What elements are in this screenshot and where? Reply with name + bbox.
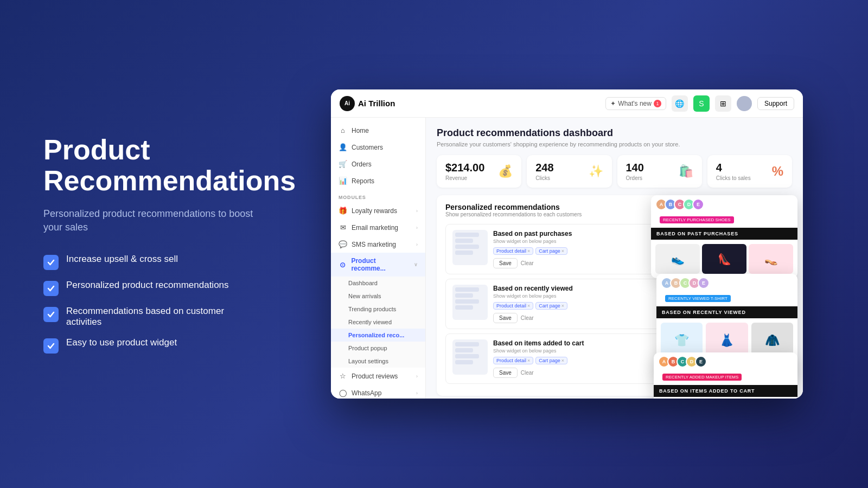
tag-x-icon[interactable]: ×	[561, 248, 564, 254]
orders-icon: 🛍️	[679, 164, 693, 178]
clear-button[interactable]: Clear	[521, 258, 534, 268]
preview-bar	[455, 287, 479, 292]
tag-x-icon[interactable]: ×	[561, 358, 564, 363]
logo-text: Ai Trillion	[358, 99, 395, 108]
chevron-right-icon: ›	[416, 374, 418, 379]
preview-bar	[455, 245, 479, 249]
preview-bar	[455, 293, 473, 298]
whatsapp-icon: ◯	[339, 389, 347, 397]
store-icon[interactable]: S	[693, 95, 710, 112]
reports-icon: 📊	[339, 177, 347, 185]
stat-card-orders: 140 Orders 🛍️	[617, 155, 702, 188]
submenu-trending[interactable]: Trending products	[331, 303, 425, 316]
chevron-right-icon: ›	[416, 390, 418, 396]
modules-label: MODULES	[331, 189, 425, 202]
nav-actions: ✦ What's new 1 🌐 S ⊞ Support	[605, 95, 794, 112]
stat-label-ctr: Clicks to sales	[716, 175, 751, 181]
chevron-right-icon: ›	[416, 208, 418, 214]
chevron-right-icon: ›	[416, 225, 418, 230]
app-window: Ai Ai Trillion ✦ What's new 1 🌐 S ⊞ Supp…	[331, 89, 803, 399]
save-button[interactable]: Save	[493, 258, 518, 268]
reco-preview	[452, 230, 488, 265]
stat-value-orders: 140	[626, 162, 644, 174]
avatar-row: A B C D E	[661, 277, 710, 289]
whats-new-button[interactable]: ✦ What's new 1	[605, 97, 666, 110]
feature-list: Increase upsell & cross sell Personalize…	[43, 254, 255, 354]
makeup-images: 💄 🧴 💅	[654, 397, 797, 399]
tag-cart-page[interactable]: Cart page ×	[535, 247, 567, 255]
language-selector[interactable]: 🌐	[672, 95, 688, 112]
reco-section: Personalized recommendations Show person…	[437, 195, 792, 396]
feature-item: Increase upsell & cross sell	[43, 254, 255, 270]
tag-x-icon[interactable]: ×	[527, 303, 530, 309]
stats-row: $214.00 Revenue 💰 248 Clicks ✨	[437, 155, 792, 188]
app-body: ⌂ Home 👤 Customers 🛒 Orders 📊 Reports MO…	[331, 118, 803, 399]
submenu-product-popup[interactable]: Product popup	[331, 342, 425, 355]
sidebar-item-sms[interactable]: 💬 SMS marketing ›	[331, 236, 425, 253]
tag-product-detail[interactable]: Product detail ×	[493, 357, 533, 364]
sidebar-item-reports[interactable]: 📊 Reports	[331, 172, 425, 189]
preview-bar	[455, 342, 479, 346]
submenu-layout-settings[interactable]: Layout settings	[331, 355, 425, 368]
preview-bar	[455, 299, 479, 304]
check-icon	[43, 307, 59, 322]
sidebar-item-whatsapp[interactable]: ◯ WhatsApp ›	[331, 384, 425, 399]
sidebar-item-product-reco[interactable]: ⊙ Product recomme... ∨	[331, 253, 425, 277]
support-button[interactable]: Support	[757, 97, 794, 110]
left-panel: Product Recommendations Personalized pro…	[0, 102, 288, 387]
customers-icon: 👤	[339, 143, 347, 151]
ctr-icon: %	[772, 164, 783, 179]
reco-preview	[452, 339, 488, 375]
sidebar-item-home[interactable]: ⌂ Home	[331, 122, 425, 139]
save-button[interactable]: Save	[493, 313, 518, 323]
tag-x-icon[interactable]: ×	[527, 358, 530, 363]
clicks-icon: ✨	[589, 164, 603, 178]
preview-bar	[455, 354, 479, 358]
revenue-icon: 💰	[498, 164, 513, 178]
submenu-recently-viewed[interactable]: Recently viewed	[331, 316, 425, 329]
sms-icon: 💬	[339, 240, 347, 248]
reviews-icon: ☆	[339, 372, 347, 380]
grid-icon[interactable]: ⊞	[715, 95, 731, 112]
sidebar-item-email[interactable]: ✉ Email marketing ›	[331, 219, 425, 236]
tag-product-detail[interactable]: Product detail ×	[493, 247, 533, 255]
sidebar-item-orders[interactable]: 🛒 Orders	[331, 156, 425, 172]
sidebar: ⌂ Home 👤 Customers 🛒 Orders 📊 Reports MO…	[331, 118, 426, 399]
popup-past-purchases: A B C D E RECENTLY PURCHASED SHOES BASED…	[651, 195, 797, 278]
preview-bar	[455, 233, 479, 237]
stat-value-revenue: $214.00	[445, 162, 484, 174]
sidebar-item-loyalty[interactable]: 🎁 Loyalty rewards ›	[331, 202, 425, 219]
submenu-new-arrivals[interactable]: New arrivals	[331, 290, 425, 303]
tag-product-detail[interactable]: Product detail ×	[493, 302, 533, 310]
submenu-personalized-reco[interactable]: Personalized reco...	[331, 329, 425, 342]
preview-bar	[455, 305, 473, 310]
sparkle-icon: ✦	[610, 100, 616, 107]
sidebar-item-reviews[interactable]: ☆ Product reviews ›	[331, 368, 425, 384]
tag-x-icon[interactable]: ×	[561, 303, 564, 309]
logo-icon: Ai	[340, 96, 355, 111]
sidebar-item-customers[interactable]: 👤 Customers	[331, 139, 425, 156]
hero-title: Product Recommendations	[43, 134, 255, 196]
popup-cart: A B C D E RECENTLY ADDED MAKEUP ITEMS BA…	[654, 352, 797, 399]
tag-cart-page[interactable]: Cart page ×	[535, 357, 567, 364]
feature-item: Easy to use product widget	[43, 337, 255, 354]
clear-button[interactable]: Clear	[521, 368, 534, 378]
submenu-dashboard[interactable]: Dashboard	[331, 277, 425, 290]
chevron-down-icon: ∨	[414, 262, 418, 267]
tag-x-icon[interactable]: ×	[527, 248, 530, 254]
sidebar-submenu: Dashboard New arrivals Trending products…	[331, 277, 425, 368]
user-avatar[interactable]	[737, 96, 752, 111]
check-icon	[43, 255, 59, 270]
clear-button[interactable]: Clear	[521, 313, 534, 323]
main-content: Product recommendations dashboard Person…	[426, 118, 803, 399]
stat-value-clicks: 248	[535, 162, 553, 174]
shoe-img-dark: 👠	[702, 244, 746, 274]
loyalty-icon: 🎁	[339, 207, 347, 215]
home-icon: ⌂	[339, 126, 347, 134]
save-button[interactable]: Save	[493, 368, 518, 378]
stat-card-revenue: $214.00 Revenue 💰	[437, 155, 521, 188]
feature-item: Personalized product recommendations	[43, 280, 255, 296]
tag-cart-page[interactable]: Cart page ×	[535, 302, 567, 310]
check-icon	[43, 338, 59, 354]
top-nav: Ai Ai Trillion ✦ What's new 1 🌐 S ⊞ Supp…	[331, 89, 803, 118]
